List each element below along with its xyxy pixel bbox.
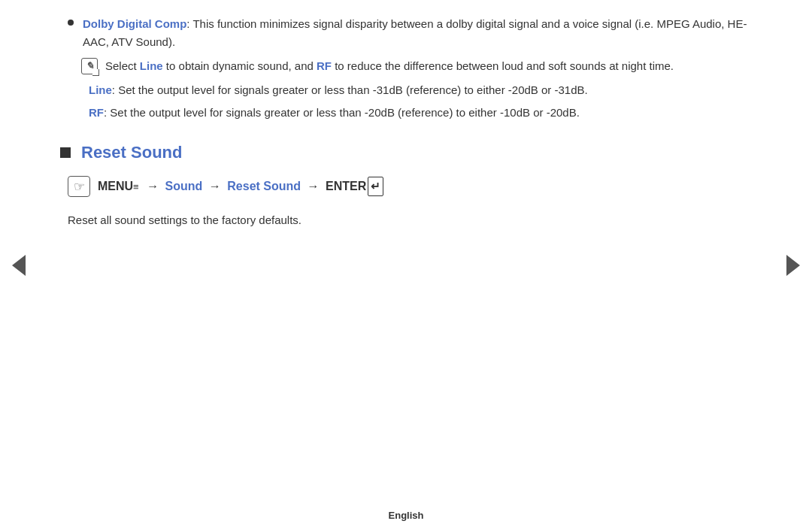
description-text: Reset all sound settings to the factory …	[60, 210, 752, 230]
note-icon: ✎	[81, 58, 98, 74]
menu-label: MENU	[98, 180, 133, 192]
bullet-text-dolby: Dolby Digital Comp: This function minimi…	[83, 15, 752, 51]
enter-arrow-symbol: ↵	[371, 178, 380, 195]
rf-label: RF	[89, 106, 104, 119]
menu-path-block: ☞ MENU≡ → Sound → Reset Sound → ENTER↵	[60, 176, 752, 197]
enter-box: ↵	[368, 177, 383, 197]
note-block: ✎ Select Line to obtain dynamic sound, a…	[60, 57, 752, 75]
menu-icon: ☞	[68, 176, 90, 197]
menu-path-text: MENU≡ → Sound → Reset Sound → ENTER↵	[98, 177, 383, 197]
footer-language: English	[389, 510, 424, 521]
enter-label: ENTER	[326, 180, 366, 192]
arrow1: →	[147, 180, 159, 192]
section-title: Reset Sound	[81, 143, 182, 162]
arrow3: →	[308, 180, 320, 192]
note-middle: to obtain dynamic sound, and	[163, 59, 317, 72]
arrow2: →	[209, 180, 221, 192]
note-suffix: to reduce the difference between loud an…	[332, 59, 674, 72]
note-text: Select Line to obtain dynamic sound, and…	[105, 57, 752, 75]
line-text: : Set the output level for signals great…	[112, 83, 588, 96]
menu-bars-icon: ≡	[133, 181, 139, 192]
note-rf-link: RF	[317, 59, 332, 72]
line-label: Line	[89, 83, 112, 96]
page-container: Dolby Digital Comp: This function minimi…	[0, 0, 812, 530]
reset-sound-link: Reset Sound	[227, 180, 301, 192]
bullet-item-dolby: Dolby Digital Comp: This function minimi…	[60, 15, 752, 51]
square-bullet-icon	[60, 147, 71, 158]
line-definition: Line: Set the output level for signals g…	[60, 81, 752, 99]
note-select-prefix: Select	[105, 59, 140, 72]
section-heading: Reset Sound	[60, 143, 752, 162]
dolby-digital-comp-link: Dolby Digital Comp	[83, 17, 186, 30]
bullet-dot	[68, 20, 74, 26]
rf-text: : Set the output level for signals great…	[104, 106, 580, 119]
rf-definition: RF: Set the output level for signals gre…	[60, 104, 752, 122]
content-area: Dolby Digital Comp: This function minimi…	[0, 0, 812, 501]
sound-link: Sound	[165, 180, 203, 192]
finger-icon: ☞	[74, 179, 85, 195]
footer: English	[0, 501, 812, 530]
note-line-link: Line	[140, 59, 163, 72]
